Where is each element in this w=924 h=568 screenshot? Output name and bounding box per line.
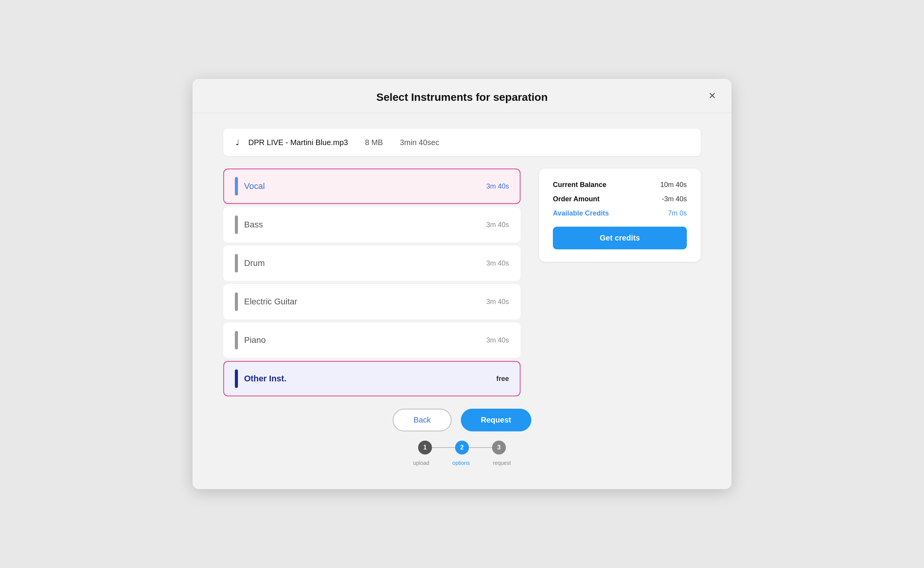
step-label-request: request (493, 460, 511, 466)
instrument-bass[interactable]: Bass 3m 40s (223, 207, 521, 242)
bass-color-bar (235, 216, 238, 234)
step-line-1-2 (432, 447, 455, 448)
other-inst-time: free (496, 375, 509, 383)
drum-label: Drum (244, 258, 480, 268)
electric-guitar-time: 3m 40s (486, 298, 509, 306)
modal-body: ♩ DPR LIVE - Martini Blue.mp3 8 MB 3min … (192, 113, 732, 474)
modal-title: Select Instruments for separation (376, 91, 547, 104)
file-size: 8 MB (365, 138, 383, 147)
instrument-drum[interactable]: Drum 3m 40s (223, 246, 521, 281)
close-button[interactable]: ✕ (708, 91, 716, 100)
available-credits-value: 7m 0s (668, 209, 687, 217)
step-label-options: options (452, 460, 470, 466)
music-icon: ♩ (236, 138, 239, 147)
back-button[interactable]: Back (393, 409, 451, 431)
credits-card: Current Balance 10m 40s Order Amount -3m… (539, 169, 701, 262)
step-3: 3 (492, 441, 506, 454)
instruments-list: Vocal 3m 40s Bass 3m 40s Drum 3m 40s (223, 169, 521, 396)
order-amount-label: Order Amount (553, 195, 599, 203)
step-circle-3: 3 (492, 441, 506, 454)
electric-guitar-label: Electric Guitar (244, 297, 480, 307)
instrument-electric-guitar[interactable]: Electric Guitar 3m 40s (223, 284, 521, 319)
step-circle-1: 1 (418, 441, 432, 454)
step-1: 1 (418, 441, 432, 454)
step-2: 2 (455, 441, 469, 454)
stepper-row: 1 2 3 (418, 441, 506, 454)
file-info-bar: ♩ DPR LIVE - Martini Blue.mp3 8 MB 3min … (223, 129, 701, 156)
step-label-upload: upload (413, 460, 429, 466)
current-balance-label: Current Balance (553, 181, 606, 189)
file-duration: 3min 40sec (400, 138, 439, 147)
available-credits-label: Available Credits (553, 209, 609, 217)
electric-guitar-color-bar (235, 292, 238, 311)
modal: Select Instruments for separation ✕ ♩ DP… (192, 79, 732, 489)
step-line-2-3 (469, 447, 492, 448)
piano-time: 3m 40s (486, 336, 509, 344)
instrument-vocal[interactable]: Vocal 3m 40s (223, 169, 521, 204)
content-area: Vocal 3m 40s Bass 3m 40s Drum 3m 40s (223, 169, 701, 396)
request-button[interactable]: Request (461, 409, 531, 431)
piano-label: Piano (244, 335, 480, 345)
credits-panel: Current Balance 10m 40s Order Amount -3m… (539, 169, 701, 396)
vocal-label: Vocal (244, 181, 480, 191)
order-amount-row: Order Amount -3m 40s (553, 195, 687, 203)
get-credits-button[interactable]: Get credits (553, 227, 687, 249)
drum-color-bar (235, 254, 238, 272)
vocal-time: 3m 40s (486, 182, 509, 190)
footer-buttons: Back Request (223, 409, 701, 431)
piano-color-bar (235, 331, 238, 349)
step-circle-2: 2 (455, 441, 469, 454)
available-credits-row: Available Credits 7m 0s (553, 209, 687, 217)
vocal-color-bar (235, 177, 238, 195)
bass-label: Bass (244, 220, 480, 230)
current-balance-value: 10m 40s (660, 181, 687, 189)
other-inst-label: Other Inst. (244, 374, 490, 384)
stepper: 1 2 3 upload options request (223, 441, 701, 466)
stepper-labels: upload options request (413, 458, 511, 466)
drum-time: 3m 40s (486, 259, 509, 267)
instrument-other-inst[interactable]: Other Inst. free (223, 361, 521, 396)
bass-time: 3m 40s (486, 221, 509, 229)
modal-header: Select Instruments for separation ✕ (192, 79, 732, 113)
file-name: DPR LIVE - Martini Blue.mp3 (248, 138, 348, 147)
current-balance-row: Current Balance 10m 40s (553, 181, 687, 189)
other-inst-color-bar (235, 369, 238, 388)
instrument-piano[interactable]: Piano 3m 40s (223, 322, 521, 358)
order-amount-value: -3m 40s (662, 195, 687, 203)
